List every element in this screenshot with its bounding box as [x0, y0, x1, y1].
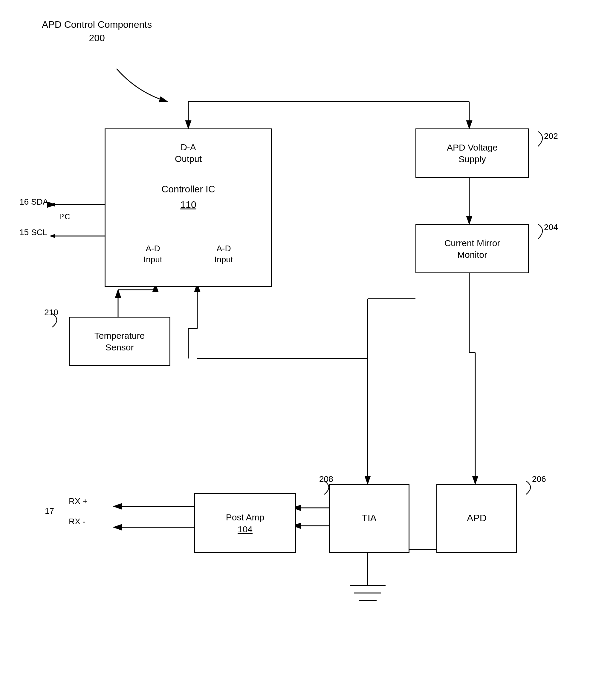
- svg-marker-14: [49, 203, 55, 207]
- num-202-annotation: 202: [544, 132, 558, 141]
- controller-ic-box: D-AOutput Controller IC 110 A-DInput A-D…: [105, 129, 272, 287]
- temperature-sensor-label: TemperatureSensor: [94, 330, 145, 353]
- post-amp-label: Post Amp: [226, 511, 264, 523]
- rx-number-annotation: 17: [45, 506, 54, 516]
- tia-label: TIA: [362, 512, 377, 525]
- apd-voltage-label: APD VoltageSupply: [447, 142, 498, 165]
- post-amp-box: Post Amp 104: [194, 493, 296, 553]
- controller-ic-ad-right: A-DInput: [214, 243, 233, 265]
- num-208-annotation: 208: [319, 474, 333, 484]
- apd-label: APD: [467, 512, 487, 525]
- num-204-annotation: 204: [544, 223, 558, 232]
- scl-annotation: 15 SCL: [19, 228, 47, 237]
- controller-ic-da-label: D-AOutput: [106, 141, 271, 165]
- post-amp-number: 104: [238, 524, 252, 534]
- apd-control-label: APD Control Components 200: [42, 18, 152, 45]
- num-206-annotation: 206: [532, 474, 546, 484]
- current-mirror-monitor-box: Current MirrorMonitor: [415, 224, 529, 273]
- num-210-annotation: 210: [44, 308, 58, 317]
- controller-ic-number: 110: [106, 199, 271, 210]
- apd-voltage-supply-box: APD VoltageSupply: [415, 129, 529, 178]
- current-mirror-label: Current MirrorMonitor: [444, 237, 500, 260]
- controller-ic-ad-left: A-DInput: [144, 243, 162, 265]
- sda-annotation: 16 SDA: [19, 197, 48, 207]
- tia-box: TIA: [329, 484, 410, 553]
- apd-box: APD: [436, 484, 517, 553]
- rx-minus-annotation: RX -: [69, 517, 86, 526]
- rx-plus-annotation: RX +: [69, 497, 88, 506]
- i2c-annotation: I²C: [60, 212, 70, 221]
- temperature-sensor-box: TemperatureSensor: [69, 317, 170, 366]
- diagram-container: APD Control Components 200 D-AOutput Con…: [0, 0, 616, 685]
- controller-ic-main-label: Controller IC: [106, 183, 271, 196]
- svg-marker-17: [49, 234, 55, 238]
